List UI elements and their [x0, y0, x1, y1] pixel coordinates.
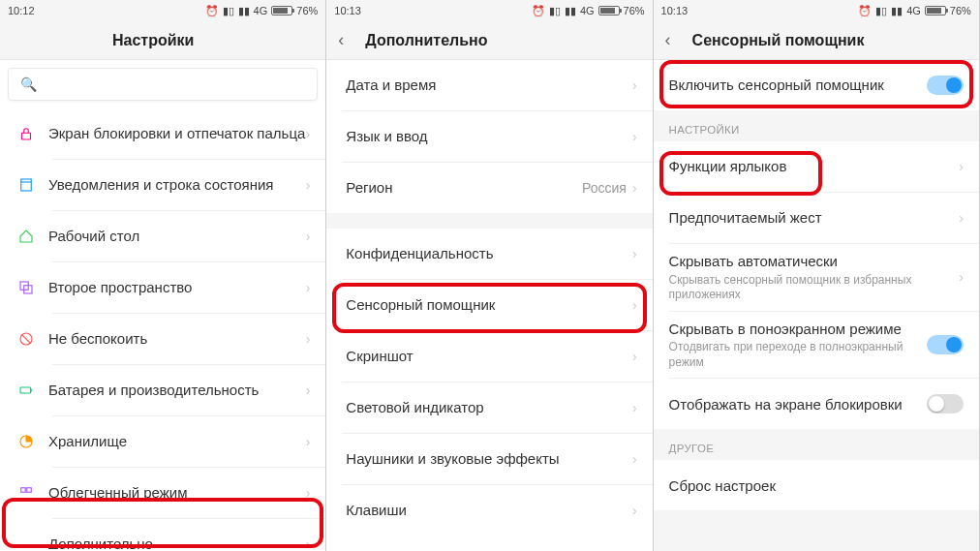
- chevron-right-icon: ›: [306, 434, 311, 449]
- additional-panel: 10:13 ⏰ ▮▯ ▮▮ 4G 76% ‹ Дополнительно Дат…: [326, 0, 653, 551]
- back-button[interactable]: ‹: [665, 30, 685, 50]
- chevron-right-icon: ›: [306, 229, 311, 244]
- chevron-right-icon: ›: [632, 180, 637, 196]
- item-label: Скрывать в поноэкранном режиме: [669, 320, 927, 339]
- list-item-led[interactable]: Световой индикатор ›: [326, 383, 652, 433]
- alarm-icon: ⏰: [858, 5, 872, 17]
- item-label: Скриншот: [346, 347, 632, 366]
- battery-icon: [271, 6, 292, 15]
- signal-icon: ▮▮: [238, 5, 250, 17]
- list-item-lockscreen[interactable]: Экран блокировки и отпечаток пальца ›: [0, 108, 325, 159]
- signal-icon: ▮▯: [875, 5, 887, 17]
- list-item-privacy[interactable]: Конфиденциальность ›: [326, 229, 652, 279]
- row-shortcut-functions[interactable]: Функции ярлыков ›: [654, 141, 979, 192]
- battery-icon: [17, 382, 35, 399]
- status-bar: 10:13 ⏰ ▮▯ ▮▮ 4G 76%: [654, 0, 979, 21]
- row-preferred-gesture[interactable]: Предпочитаемый жест ›: [654, 193, 979, 243]
- status-bar: 10:13 ⏰ ▮▯ ▮▮ 4G 76%: [326, 0, 652, 21]
- chevron-right-icon: ›: [959, 269, 964, 285]
- page-title: Дополнительно: [365, 32, 640, 49]
- signal-icon: ▮▯: [223, 5, 234, 17]
- toggle-enable[interactable]: [927, 76, 964, 95]
- item-value: Россия: [582, 180, 627, 196]
- status-right: ⏰ ▮▯ ▮▮ 4G 76%: [205, 5, 319, 17]
- status-right: ⏰ ▮▯ ▮▮ 4G 76%: [858, 5, 971, 17]
- svg-rect-10: [21, 488, 26, 493]
- title-bar: ‹ Дополнительно: [326, 21, 652, 60]
- item-label: Включить сенсорный помощник: [669, 76, 927, 95]
- list-item-touch-assistant[interactable]: Сенсорный помощник ›: [326, 280, 652, 330]
- row-enable-assistant[interactable]: Включить сенсорный помощник: [654, 60, 979, 110]
- title-bar: Настройки: [0, 21, 325, 60]
- list-item-keys[interactable]: Клавиши ›: [326, 485, 652, 536]
- row-lockscreen-show[interactable]: Отображать на экране блокировки: [654, 379, 979, 429]
- svg-rect-11: [27, 488, 32, 493]
- item-label: Не беспокоить: [48, 329, 306, 349]
- dnd-icon: [17, 330, 35, 348]
- item-label: Язык и ввод: [346, 127, 632, 146]
- search-input[interactable]: 🔍: [8, 68, 318, 101]
- settings-list[interactable]: Экран блокировки и отпечаток пальца › Ув…: [0, 108, 325, 549]
- row-autohide[interactable]: Скрывать автоматически Скрывать сенсорны…: [654, 244, 979, 311]
- search-icon: 🔍: [20, 77, 37, 92]
- network-label: 4G: [254, 5, 268, 16]
- item-label: Хранилище: [48, 432, 306, 451]
- svg-rect-1: [21, 179, 32, 191]
- status-bar: 10:12 ⏰ ▮▯ ▮▮ 4G 76%: [0, 0, 325, 21]
- list-item-region[interactable]: Регион Россия ›: [326, 163, 652, 213]
- chevron-right-icon: ›: [632, 451, 637, 467]
- list-item-lite[interactable]: Облегченный режим ›: [0, 468, 325, 518]
- list-item-second-space[interactable]: Второе пространство ›: [0, 262, 325, 313]
- svg-line-6: [22, 335, 31, 344]
- notification-icon: [17, 176, 35, 194]
- back-button[interactable]: ‹: [338, 30, 357, 50]
- toggle-lockscreen[interactable]: [927, 394, 964, 413]
- item-label: Батарея и производительность: [48, 381, 306, 400]
- chevron-right-icon: ›: [306, 280, 311, 295]
- item-label: Облегченный режим: [48, 483, 306, 503]
- list-item-language[interactable]: Язык и ввод ›: [326, 111, 652, 162]
- chevron-right-icon: ›: [306, 383, 311, 398]
- list-item-storage[interactable]: Хранилище ›: [0, 416, 325, 467]
- item-label: Рабочий стол: [48, 227, 306, 246]
- home-icon: [17, 228, 35, 245]
- battery-label: 76%: [296, 5, 318, 16]
- chevron-right-icon: ›: [632, 246, 637, 261]
- list-item-screenshot[interactable]: Скриншот ›: [326, 331, 652, 382]
- list-item-additional[interactable]: Дополнительно ›: [0, 519, 325, 549]
- item-label: Сброс настроек: [669, 476, 964, 496]
- chevron-right-icon: ›: [632, 129, 637, 144]
- battery-label: 76%: [950, 5, 971, 16]
- list-item-audio[interactable]: Наушники и звуковые эффекты ›: [326, 434, 652, 484]
- list-item-home[interactable]: Рабочий стол ›: [0, 211, 325, 261]
- alarm-icon: ⏰: [532, 5, 545, 17]
- battery-icon: [925, 6, 946, 15]
- list-item-datetime[interactable]: Дата и время ›: [326, 60, 652, 110]
- toggle-fullscreen[interactable]: [927, 335, 964, 354]
- assistant-list[interactable]: Включить сенсорный помощник НАСТРОЙКИ Фу…: [654, 60, 979, 551]
- item-sublabel: Скрывать сенсорный помощник в избранных …: [669, 273, 960, 303]
- battery-icon: [598, 6, 620, 15]
- row-reset[interactable]: Сброс настроек: [654, 460, 979, 510]
- chevron-right-icon: ›: [632, 297, 637, 313]
- item-label: Световой индикатор: [346, 398, 632, 417]
- list-item-dnd[interactable]: Не беспокоить ›: [0, 314, 325, 364]
- list-item-notifications[interactable]: Уведомления и строка состояния ›: [0, 160, 325, 210]
- group-header-settings: НАСТРОЙКИ: [654, 110, 979, 141]
- touch-assistant-panel: 10:13 ⏰ ▮▯ ▮▮ 4G 76% ‹ Сенсорный помощни…: [654, 0, 980, 551]
- battery-label: 76%: [624, 5, 645, 16]
- item-label: Второе пространство: [48, 278, 306, 297]
- list-item-battery[interactable]: Батарея и производительность ›: [0, 365, 325, 415]
- settings-panel: 10:12 ⏰ ▮▯ ▮▮ 4G 76% Настройки 🔍 Экран б…: [0, 0, 326, 551]
- item-sublabel: Отодвигать при переходе в полноэкранный …: [669, 340, 927, 370]
- signal-icon: ▮▮: [891, 5, 903, 17]
- search-field[interactable]: [45, 77, 305, 92]
- item-label: Наушники и звуковые эффекты: [346, 449, 632, 469]
- svg-rect-7: [20, 387, 31, 393]
- row-fullscreen-hide[interactable]: Скрывать в поноэкранном режиме Отодвигат…: [654, 312, 979, 379]
- item-label: Конфиденциальность: [346, 244, 632, 263]
- chevron-right-icon: ›: [306, 331, 311, 347]
- chevron-right-icon: ›: [632, 503, 637, 518]
- status-time: 10:13: [334, 5, 361, 16]
- additional-list[interactable]: Дата и время › Язык и ввод › Регион Росс…: [326, 60, 652, 551]
